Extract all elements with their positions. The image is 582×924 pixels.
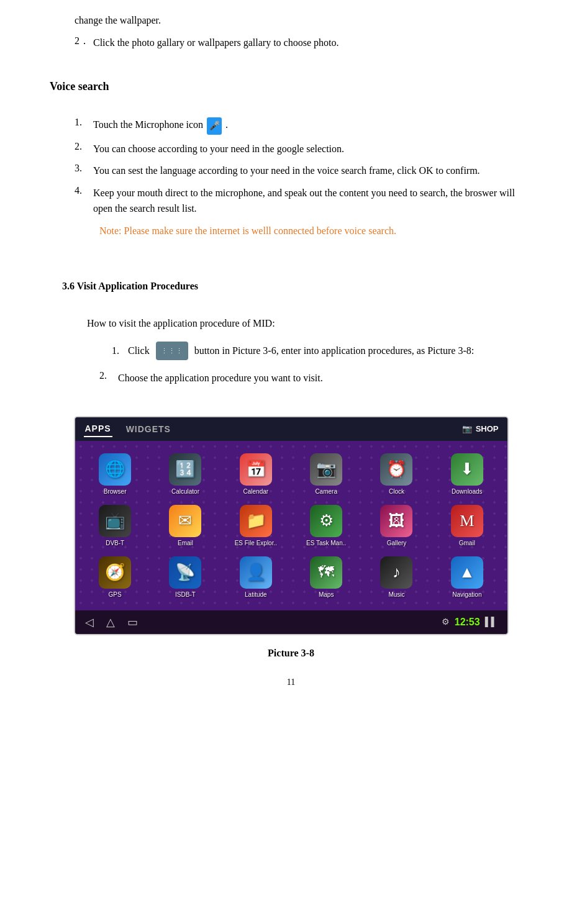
app-step-2-text: Choose the application procedure you wan… [118,370,532,386]
app-label-calendar: Calendar [243,488,269,495]
voice-search-heading: Voice search [50,80,532,93]
app-label-dvbt: DVB-T [106,540,124,546]
app-icon-camera: 📷 [310,453,342,486]
android-bottom-bar: ◁ △ ▭ ⚙ 12:53 ▌▌ [75,610,507,634]
app-item-navigation[interactable]: ▲ Navigation [432,551,502,603]
app-icon-latitude: 👤 [240,556,272,589]
section-36-heading: 3.6 Visit Application Procedures [62,281,532,292]
step-2-item: 2． Click the photo gallary or wallpapers… [75,35,532,51]
clock-display: 12:53 [455,617,480,628]
android-shop[interactable]: 📷 SHOP [462,424,499,433]
app-item-isdb[interactable]: 📡 ISDB-T [150,551,221,603]
app-label-camera: Camera [315,488,337,495]
shop-icon: 📷 [462,424,472,433]
app-item-dvbt[interactable]: 📺 DVB-T [80,500,150,551]
apps-grid-button-preview: ⋮⋮⋮⋮⋮⋮ [156,342,188,360]
app-item-calculator[interactable]: 🔢 Calculator [150,448,221,500]
back-button[interactable]: ◁ [85,615,94,629]
app-item-maps[interactable]: 🗺 Maps [291,551,361,603]
android-top-bar: APPS WIDGETS 📷 SHOP [75,417,507,441]
vs-step-2-number: 2. [75,141,93,152]
app-icon-gmail: M [451,505,483,537]
vs-step-2: 2. You can choose according to your need… [75,141,532,157]
app-step-2: 2. Choose the application procedure you … [99,370,532,386]
app-icon-maps: 🗺 [310,556,342,589]
tab-apps[interactable]: APPS [84,421,112,437]
app-step-1-suffix: button in Picture 3-6, enter into applic… [194,343,475,359]
vs-step-1-prefix: Touch the Microphone icon [93,119,203,130]
app-label-gallery: Gallery [387,540,407,546]
app-icon-gallery: 🖼 [380,505,412,537]
app-label-calculator: Calculator [171,488,199,495]
app-label-gps: GPS [109,591,122,598]
signal-bars-icon: ▌▌ [485,617,498,627]
app-label-esfile: ES File Explor.. [235,540,277,546]
app-item-clock[interactable]: ⏰ Clock [361,448,432,500]
step-2-text: Click the photo gallary or wallpapers ga… [93,35,532,51]
vs-step-3-text: You can sest the language according to y… [93,163,532,179]
app-label-email: Email [178,540,193,546]
app-label-isdb: ISDB-T [175,591,196,598]
how-to-text: How to visit the application procedure o… [87,315,532,332]
step-2-number: 2． [75,35,93,48]
app-icon-email: ✉ [169,505,201,537]
app-label-downloads: Downloads [452,488,482,495]
recent-button[interactable]: ▭ [127,615,138,629]
vs-step-4: 4. Keep your mouth direct to the microph… [75,185,532,217]
app-label-browser: Browser [104,488,127,495]
bottom-nav: ◁ △ ▭ [85,615,138,629]
android-tabs: APPS WIDGETS [84,421,172,437]
app-icon-esfile: 📁 [240,505,272,537]
vs-step-1-content: Touch the Microphone icon 🎤 . [93,117,532,134]
app-icon-estask: ⚙ [310,505,342,537]
app-item-latitude[interactable]: 👤 Latitude [221,551,291,603]
app-label-estask: ES Task Man.. [306,540,346,546]
vs-step-3: 3. You can sest the language according t… [75,163,532,179]
app-item-calendar[interactable]: 📅 Calendar [221,448,291,500]
app-item-gps[interactable]: 🧭 GPS [80,551,150,603]
app-icon-isdb: 📡 [169,556,201,589]
vs-step-3-number: 3. [75,163,93,174]
app-item-gmail[interactable]: M Gmail [432,500,502,551]
app-item-esfile[interactable]: 📁 ES File Explor.. [221,500,291,551]
android-screenshot: APPS WIDGETS 📷 SHOP 🌐 Browser 🔢 Calculat… [74,416,509,635]
app-label-gmail: Gmail [459,540,475,546]
app-label-maps: Maps [319,591,334,598]
tab-widgets[interactable]: WIDGETS [125,422,172,437]
picture-caption: Picture 3-8 [50,648,532,659]
vs-step-1: 1. Touch the Microphone icon 🎤 . [75,117,532,134]
app-item-downloads[interactable]: ⬇ Downloads [432,448,502,500]
app-icon-clock: ⏰ [380,453,412,486]
app-icon-downloads: ⬇ [451,453,483,486]
vs-step-4-number: 4. [75,185,93,196]
app-item-email[interactable]: ✉ Email [150,500,221,551]
vs-step-2-text: You can choose according to your need in… [93,141,532,157]
app-label-latitude: Latitude [245,591,267,598]
vs-step-1-number: 1. [75,117,93,128]
home-button[interactable]: △ [106,615,115,629]
intro-line: change the wallpaper. [75,12,532,29]
shop-label: SHOP [476,424,499,433]
app-icon-calendar: 📅 [240,453,272,486]
app-icon-dvbt: 📺 [99,505,131,537]
app-icon-calculator: 🔢 [169,453,201,486]
note-text: Note: Please make sure the internet is w… [99,223,532,239]
app-step-1: 1. Click ⋮⋮⋮⋮⋮⋮ button in Picture 3-6, e… [112,342,532,360]
app-icon-navigation: ▲ [451,556,483,589]
app-item-browser[interactable]: 🌐 Browser [80,448,150,500]
app-icon-music: ♪ [380,556,412,589]
app-item-camera[interactable]: 📷 Camera [291,448,361,500]
app-step-1-prefix: Click [128,343,150,359]
app-item-music[interactable]: ♪ Music [361,551,432,603]
app-item-estask[interactable]: ⚙ ES Task Man.. [291,500,361,551]
app-item-gallery[interactable]: 🖼 Gallery [361,500,432,551]
app-label-music: Music [388,591,404,598]
vs-step-1-suffix: . [225,119,228,130]
app-step-1-number: 1. [112,343,119,359]
vs-step-4-text: Keep your mouth direct to the microphone… [93,185,532,217]
app-label-navigation: Navigation [452,591,481,598]
app-label-clock: Clock [389,488,404,495]
app-step-2-number: 2. [99,370,118,381]
bottom-status: ⚙ 12:53 ▌▌ [442,617,498,628]
page-number: 11 [50,677,532,687]
